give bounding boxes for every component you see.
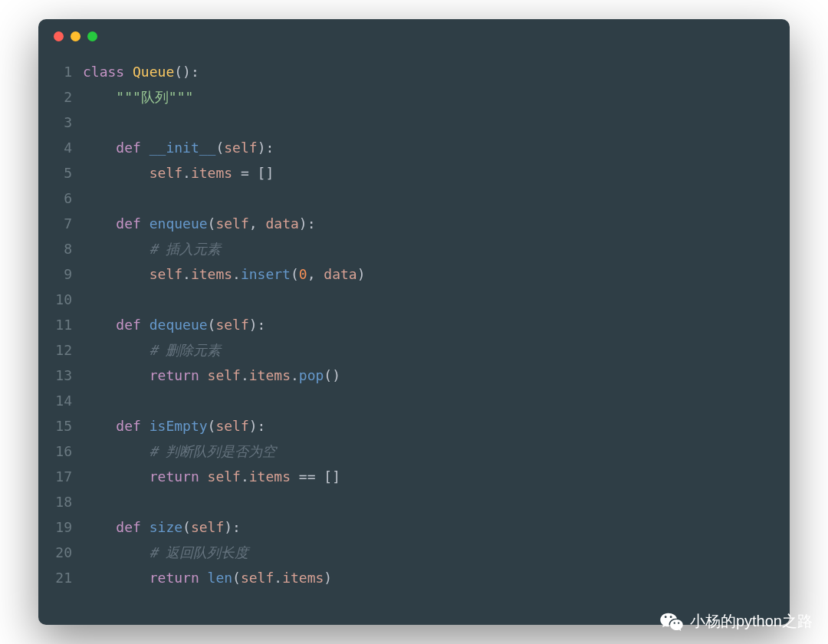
wechat-icon bbox=[659, 612, 684, 632]
code-line: 13 return self.items.pop() bbox=[38, 363, 790, 388]
code-line: 17 return self.items == [] bbox=[38, 464, 790, 489]
line-number: 14 bbox=[38, 388, 83, 413]
code-line: 12 # 删除元素 bbox=[38, 337, 790, 363]
line-number: 4 bbox=[38, 135, 83, 160]
code-line: 4 def __init__(self): bbox=[38, 135, 790, 160]
code-line: 3 bbox=[38, 110, 790, 135]
code-line: 1class Queue(): bbox=[38, 59, 790, 84]
minimize-icon[interactable] bbox=[71, 31, 80, 41]
line-number: 19 bbox=[38, 514, 83, 540]
code-content: """队列""" bbox=[83, 84, 193, 110]
code-content: self.items = [] bbox=[83, 160, 274, 186]
code-content: return self.items.pop() bbox=[83, 363, 340, 388]
line-number: 15 bbox=[38, 413, 83, 439]
code-line: 21 return len(self.items) bbox=[38, 565, 790, 590]
line-number: 12 bbox=[38, 337, 83, 363]
code-line: 6 bbox=[38, 186, 790, 211]
code-line: 16 # 判断队列是否为空 bbox=[38, 439, 790, 464]
line-number: 1 bbox=[38, 59, 83, 84]
code-line: 9 self.items.insert(0, data) bbox=[38, 261, 790, 287]
line-number: 9 bbox=[38, 261, 83, 287]
code-line: 14 bbox=[38, 388, 790, 413]
code-line: 15 def isEmpty(self): bbox=[38, 413, 790, 439]
line-number: 11 bbox=[38, 312, 83, 337]
code-content: def isEmpty(self): bbox=[83, 413, 265, 439]
code-line: 10 bbox=[38, 287, 790, 312]
line-number: 13 bbox=[38, 363, 83, 388]
line-number: 3 bbox=[38, 110, 83, 135]
zoom-icon[interactable] bbox=[87, 31, 97, 41]
code-content: return self.items == [] bbox=[83, 464, 340, 489]
code-content: self.items.insert(0, data) bbox=[83, 261, 366, 287]
line-number: 8 bbox=[38, 236, 83, 261]
code-line: 20 # 返回队列长度 bbox=[38, 540, 790, 565]
line-number: 18 bbox=[38, 489, 83, 514]
code-line: 8 # 插入元素 bbox=[38, 236, 790, 261]
code-line: 11 def dequeue(self): bbox=[38, 312, 790, 337]
line-number: 21 bbox=[38, 565, 83, 590]
line-number: 20 bbox=[38, 540, 83, 565]
code-window: 1class Queue():2 """队列"""34 def __init__… bbox=[38, 19, 790, 625]
code-line: 5 self.items = [] bbox=[38, 160, 790, 186]
code-content: def enqueue(self, data): bbox=[83, 211, 316, 236]
line-number: 10 bbox=[38, 287, 83, 312]
close-icon[interactable] bbox=[54, 31, 64, 41]
line-number: 2 bbox=[38, 84, 83, 110]
watermark: 小杨的python之路 bbox=[659, 611, 813, 632]
code-line: 2 """队列""" bbox=[38, 84, 790, 110]
code-line: 19 def size(self): bbox=[38, 514, 790, 540]
code-line: 7 def enqueue(self, data): bbox=[38, 211, 790, 236]
code-area: 1class Queue():2 """队列"""34 def __init__… bbox=[38, 53, 790, 590]
code-content: # 返回队列长度 bbox=[83, 540, 248, 565]
code-content: def dequeue(self): bbox=[83, 312, 265, 337]
line-number: 17 bbox=[38, 464, 83, 489]
watermark-text: 小杨的python之路 bbox=[690, 611, 813, 632]
code-content: # 删除元素 bbox=[83, 337, 221, 363]
code-content: # 判断队列是否为空 bbox=[83, 439, 276, 464]
code-content: def size(self): bbox=[83, 514, 241, 540]
line-number: 5 bbox=[38, 160, 83, 186]
titlebar bbox=[38, 19, 790, 53]
code-content: return len(self.items) bbox=[83, 565, 332, 590]
line-number: 16 bbox=[38, 439, 83, 464]
code-content: def __init__(self): bbox=[83, 135, 274, 160]
line-number: 6 bbox=[38, 186, 83, 211]
code-line: 18 bbox=[38, 489, 790, 514]
code-content: # 插入元素 bbox=[83, 236, 221, 261]
code-content: class Queue(): bbox=[83, 59, 199, 84]
line-number: 7 bbox=[38, 211, 83, 236]
